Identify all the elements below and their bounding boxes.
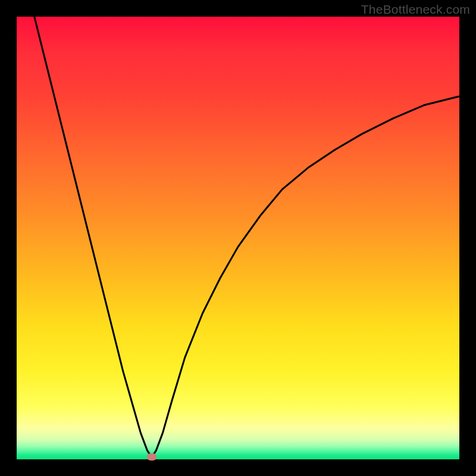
plot-area (17, 17, 459, 459)
bottleneck-curve (17, 17, 459, 459)
watermark-text: TheBottleneck.com (361, 2, 470, 17)
curve-path (35, 17, 459, 457)
min-marker (147, 453, 156, 461)
chart-frame: TheBottleneck.com (0, 0, 476, 476)
